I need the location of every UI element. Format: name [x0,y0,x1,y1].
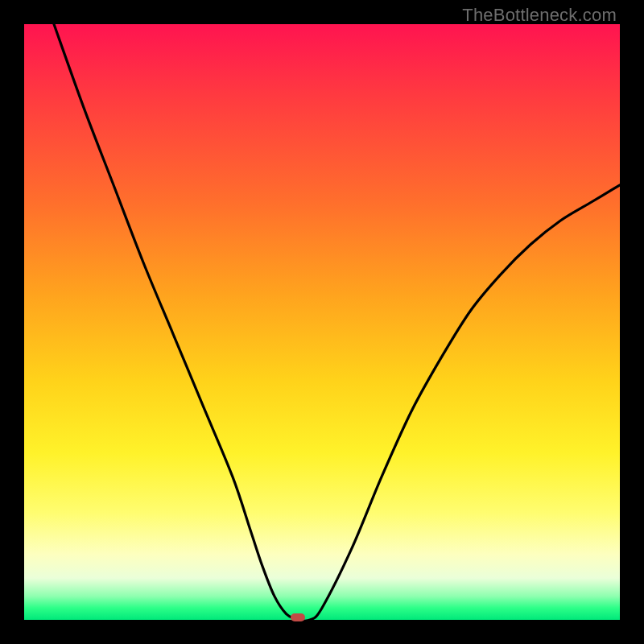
plot-area [24,24,620,620]
minimum-marker [291,613,305,621]
chart-frame: TheBottleneck.com [0,0,644,644]
bottleneck-curve [24,24,620,620]
watermark-label: TheBottleneck.com [462,5,617,26]
